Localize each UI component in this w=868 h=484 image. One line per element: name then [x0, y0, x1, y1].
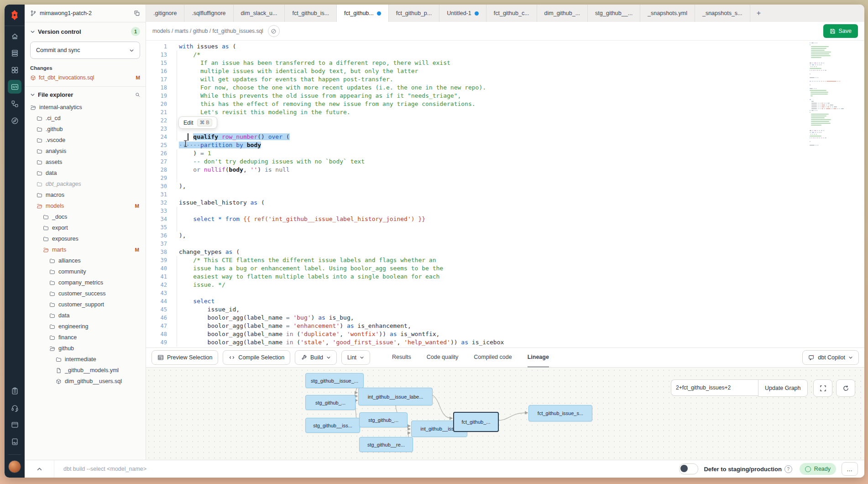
lint-button[interactable]: Lint	[341, 350, 370, 365]
tree-item-customer-support[interactable]: customer_support	[30, 299, 140, 310]
editor-minimap[interactable]	[810, 42, 861, 148]
code-line-41[interactable]: 41 easiest way to flatten multiple label…	[146, 273, 864, 281]
update-graph-button[interactable]: Update Graph	[758, 379, 808, 397]
editor-tab--snapshots-yml[interactable]: _snapshots.yml	[640, 5, 695, 22]
tree-item-data[interactable]: data	[30, 168, 140, 179]
code-line-33[interactable]: 33	[146, 207, 864, 215]
tree-item-finance[interactable]: finance	[30, 332, 140, 343]
lineage-node-b2[interactable]: stg_github_...	[359, 412, 408, 427]
editor-tab--snapshots-s-[interactable]: _snapshots_s...	[695, 5, 750, 22]
tree-item-assets[interactable]: assets	[30, 157, 140, 168]
code-line-48[interactable]: 48 boolor_agg(label_name in ('duplicate'…	[146, 330, 864, 338]
code-editor[interactable]: 1with issues as (13 /*15 If an issue has…	[146, 41, 864, 347]
code-line-36[interactable]: 36),	[146, 231, 864, 240]
editor-tab-fct-github-[interactable]: fct_github...	[337, 5, 389, 22]
code-line-30[interactable]: 30),	[146, 182, 864, 190]
code-line-35[interactable]: 35	[146, 223, 864, 231]
result-tab-lineage[interactable]: Lineage	[528, 347, 549, 368]
fullscreen-button[interactable]	[813, 379, 832, 397]
code-line-21[interactable]: 21 Let's revisit this modeling in the fu…	[146, 108, 864, 116]
lineage-node-a2[interactable]: stg_github_...	[305, 395, 356, 410]
sidebar-item-orchestration[interactable]	[8, 97, 21, 110]
code-line-18[interactable]: 18 For now, choose the one with more rec…	[146, 84, 864, 92]
dbt-command-input[interactable]	[54, 466, 679, 472]
refresh-graph-button[interactable]	[836, 379, 855, 397]
sidebar-item-apps[interactable]	[8, 63, 21, 77]
tree-item-marts[interactable]: martsM	[30, 244, 140, 255]
lineage-node-a3[interactable]: stg_github__iss...	[305, 418, 360, 433]
code-line-44[interactable]: 44 select	[146, 297, 864, 305]
tree-item-intermediate[interactable]: intermediate	[30, 354, 140, 365]
sidebar-item-changelog[interactable]	[8, 435, 21, 448]
sidebar-item-home[interactable]	[8, 29, 21, 43]
editor-tab--sqlfluffignore[interactable]: .sqlfluffignore	[184, 5, 233, 22]
changed-file-row[interactable]: fct_dbt_invocations.sqlM	[30, 74, 140, 81]
code-line-28[interactable]: 28 or nullif(body, '') is null	[146, 166, 864, 174]
code-line-32[interactable]: 32issue_label_history as (	[146, 199, 864, 207]
editor-tab-fct-github-p-[interactable]: fct_github_p...	[389, 5, 440, 22]
commit-and-sync-button[interactable]: Commit and sync	[30, 42, 140, 59]
user-avatar[interactable]	[8, 460, 21, 473]
lineage-node-e[interactable]: fct_github_issue_s...	[528, 405, 592, 421]
tree-item-dbt-packages[interactable]: dbt_packages	[30, 179, 140, 189]
tree-item-alliances[interactable]: alliances	[30, 255, 140, 266]
code-line-38[interactable]: 38change_types as (	[146, 248, 864, 256]
lineage-filter-input[interactable]	[671, 379, 758, 396]
code-line-27[interactable]: 27 -- don't try deduping issues with no …	[146, 158, 864, 166]
code-line-17[interactable]: 17 will get updates for events that happ…	[146, 75, 864, 84]
result-tab-code-quality[interactable]: Code quality	[427, 347, 459, 368]
copy-branch-icon[interactable]	[134, 10, 140, 16]
tree-item-data[interactable]: data	[30, 310, 140, 321]
lineage-node-b1[interactable]: int_github__issue_labe...	[358, 388, 433, 405]
code-line-13[interactable]: 13 /*	[146, 51, 864, 59]
file-explorer-header[interactable]: File explorer	[30, 91, 140, 98]
code-line-40[interactable]: 40 issue has a bug or enhancement label.…	[146, 264, 864, 273]
code-line-47[interactable]: 47 boolor_agg(label_name = 'enhancement'…	[146, 322, 864, 330]
tree-item-export[interactable]: export	[30, 222, 140, 233]
view-docs-icon[interactable]	[268, 25, 280, 37]
tree-item-dim-github-users-sql[interactable]: dim_github__users.sql	[30, 376, 140, 387]
tree-item-analysis[interactable]: analysis	[30, 146, 140, 157]
build-button[interactable]: Build	[295, 350, 337, 365]
more-options-button[interactable]: …	[842, 462, 858, 476]
version-control-header[interactable]: Version control 1	[30, 27, 140, 36]
sidebar-item-release-notes[interactable]	[8, 384, 21, 398]
tree-item--docs[interactable]: _docs	[30, 211, 140, 222]
code-line-25[interactable]: 25······partition by body	[146, 141, 864, 149]
code-line-24[interactable]: 24 qualify row_number() over (	[146, 133, 864, 141]
code-line-1[interactable]: 1with issues as (	[146, 42, 864, 51]
tree-item-models[interactable]: modelsM	[30, 200, 140, 211]
sidebar-item-web-app[interactable]	[8, 418, 21, 431]
code-line-26[interactable]: 26 ) = 1	[146, 149, 864, 158]
code-line-45[interactable]: 45 issue_id,	[146, 305, 864, 314]
tree-item--vscode[interactable]: .vscode	[30, 135, 140, 146]
branch-name[interactable]: mirnawong1-patch-2	[40, 10, 131, 16]
lineage-node-d[interactable]: fct_github_...	[453, 412, 499, 432]
code-line-20[interactable]: 20 this has the effect of removing the n…	[146, 100, 864, 108]
code-line-43[interactable]: 43	[146, 289, 864, 297]
dbt-copilot-button[interactable]: dbt Copilot	[802, 350, 859, 365]
new-tab-button[interactable]: +	[750, 5, 768, 22]
code-line-23[interactable]: 23	[146, 125, 864, 133]
tree-item--github-models-yml[interactable]: _github__models.yml	[30, 365, 140, 376]
result-tab-results[interactable]: Results	[392, 347, 411, 368]
code-line-46[interactable]: 46 boolor_agg(label_name = 'bug') as is_…	[146, 314, 864, 322]
editor-tab-fct-github-c-[interactable]: fct_github_c...	[486, 5, 537, 22]
tree-item-company-metrics[interactable]: company_metrics	[30, 277, 140, 288]
code-line-49[interactable]: 49 boolor_agg(label_name in ('stale', 'g…	[146, 338, 864, 347]
save-button[interactable]: Save	[823, 24, 858, 38]
edit-popup[interactable]: Edit ⌘ B	[178, 116, 217, 129]
defer-toggle[interactable]	[679, 463, 698, 474]
tree-item--github[interactable]: .github	[30, 124, 140, 135]
editor-tab-fct-github-is-[interactable]: fct_github_is...	[285, 5, 337, 22]
code-line-29[interactable]: 29	[146, 174, 864, 182]
lineage-node-a1[interactable]: stg_github__issue_...	[305, 373, 364, 388]
code-line-31[interactable]: 31	[146, 190, 864, 199]
tree-item--ci-cd[interactable]: .ci_cd	[30, 113, 140, 124]
tree-item-engineering[interactable]: engineering	[30, 321, 140, 332]
result-tab-compiled-code[interactable]: Compiled code	[474, 347, 512, 368]
sidebar-item-cloud-ide[interactable]	[8, 80, 21, 94]
code-line-15[interactable]: 15 If an issue has been transferred to a…	[146, 59, 864, 67]
editor-tab-untitled-1[interactable]: Untitled-1	[439, 5, 486, 22]
editor-tab--gitignore[interactable]: .gitignore	[146, 5, 184, 22]
